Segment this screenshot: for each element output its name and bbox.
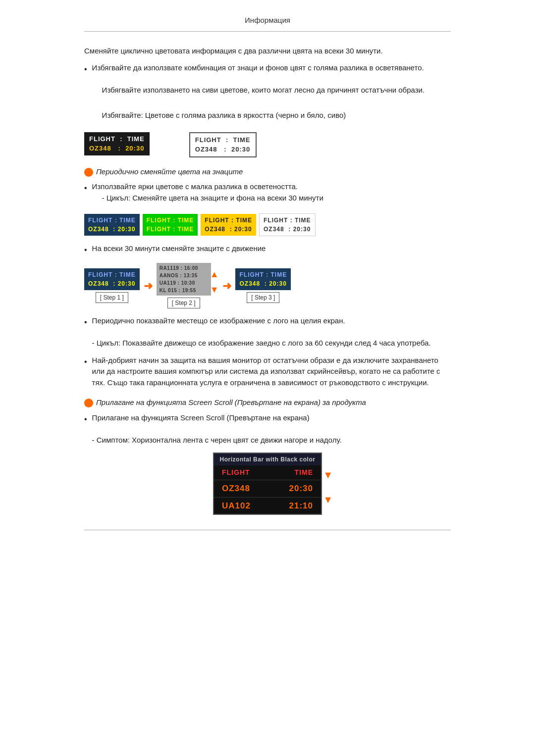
step-3-box: FLIGHT : TIME OZ348 : 20:30 [ Step 3 ] [235, 268, 291, 303]
step-3-label: [ Step 3 ] [247, 292, 279, 303]
step-3-row2: OZ348 : 20:30 [239, 279, 287, 288]
bullet-4-content: Периодично показвайте местещо се изображ… [92, 315, 451, 349]
orange-label-1: Периодично сменяйте цвета на знаците [96, 166, 243, 178]
step-1-row1: FLIGHT : TIME [88, 270, 136, 279]
orange-label-2: Прилагане на функцията Screen Scroll (Пр… [96, 397, 366, 408]
scroll-col1-header: FLIGHT [222, 467, 250, 478]
dark-sign-row1: FLIGHT : TIME [89, 134, 145, 144]
cycle-sign-2-row2: FLIGHT : TIME [147, 225, 194, 234]
bullet-1-sub1: Избягвайте използването на сиви цветове,… [102, 85, 451, 96]
orange-icon-2 [84, 399, 93, 407]
scroll-diagram-container: Horizontal Bar with Black color FLIGHT T… [84, 453, 451, 515]
step-1-row2: OZ348 : 20:30 [88, 279, 136, 288]
bullet-dot-1: • [84, 63, 87, 75]
dark-sign-row2: OZ348 : 20:30 [89, 144, 145, 153]
bullet-dot-5: • [84, 356, 87, 368]
scroll-arrows: ▼ ▼ [323, 467, 333, 507]
step-2-row1: RA1119 : 16:00 [160, 264, 208, 272]
bullet-3-text: На всеки 30 минути сменяйте знаците с дв… [92, 244, 266, 252]
bullet-5: • Най-добрият начин за защита на вашия м… [84, 355, 451, 389]
cycle-sign-4: FLIGHT : TIME OZ348 : 20:30 [259, 213, 316, 236]
bullet-6-sub1: - Симптом: Хоризонтална лента с черен цв… [92, 436, 342, 444]
light-flight-sign: FLIGHT : TIME OZ348 : 20:30 [189, 132, 257, 157]
orange-section-1: Периодично сменяйте цвета на знаците [84, 166, 451, 178]
dark-flight-sign: FLIGHT : TIME OZ348 : 20:30 [84, 132, 150, 155]
steps-diagram: FLIGHT : TIME OZ348 : 20:30 [ Step 1 ] ➜… [84, 263, 451, 308]
arrow-up: ▲ [210, 268, 219, 281]
scroll-table: Horizontal Bar with Black color FLIGHT T… [213, 453, 322, 515]
bullet-1-text: Избягвайте да използвате комбинация от з… [92, 63, 424, 72]
bullet-1-content: Избягвайте да използвате комбинация от з… [92, 62, 451, 124]
scroll-table-row-1: OZ348 20:30 [214, 480, 321, 497]
step-3-row1: FLIGHT : TIME [239, 270, 287, 279]
bullet-2: • Използвайте ярки цветове с малка разли… [84, 181, 451, 206]
bullet-dot-6: • [84, 413, 87, 425]
scroll-table-row-2: UA102 21:10 [214, 497, 321, 514]
step-2-arrows: ▲ ▼ [210, 268, 219, 297]
cycle-sign-3-row2: OZ348 : 20:30 [205, 225, 252, 234]
scroll-col2-header: TIME [295, 467, 313, 478]
step-1-sign: FLIGHT : TIME OZ348 : 20:30 [84, 268, 140, 290]
bullet-1-sub2: Избягвайте: Цветове с голяма разлика в я… [102, 110, 451, 121]
bullet-4-text: Периодично показвайте местещо се изображ… [92, 316, 345, 325]
signs-diagram: FLIGHT : TIME OZ348 : 20:30 FLIGHT : TIM… [84, 132, 451, 157]
scroll-table-header: FLIGHT TIME [214, 465, 321, 480]
bullet-dot-2: • [84, 182, 87, 194]
orange-icon-1 [84, 168, 93, 177]
cycle-sign-3: FLIGHT : TIME OZ348 : 20:30 [201, 214, 256, 236]
bullet-dot-3: • [84, 244, 87, 256]
step-3-sign: FLIGHT : TIME OZ348 : 20:30 [235, 268, 291, 290]
arrow-2: ➜ [222, 278, 231, 294]
step-2-row4: KL 015 : 19:55 [160, 287, 208, 294]
page-divider [84, 530, 451, 530]
scroll-row1-col1: OZ348 [222, 482, 250, 495]
bullet-6-content: Прилагане на функцията Screen Scroll (Пр… [92, 412, 451, 446]
bullet-2-text: Използвайте ярки цветове с малка разлика… [92, 182, 298, 191]
page-title: Информация [245, 16, 290, 24]
bullet-4-sub1: - Цикъл: Показвайте движещо се изображен… [92, 339, 431, 347]
step-1-box: FLIGHT : TIME OZ348 : 20:30 [ Step 1 ] [84, 268, 140, 303]
arrow-down: ▼ [210, 283, 219, 297]
cycle-signs-row: FLIGHT : TIME OZ348 : 20:30 FLIGHT : TIM… [84, 213, 451, 236]
bullet-1: • Избягвайте да използвате комбинация от… [84, 62, 451, 124]
scroll-row2-col1: UA102 [222, 500, 251, 512]
bullet-2-content: Използвайте ярки цветове с малка разлика… [92, 181, 451, 206]
bullet-6-text: Прилагане на функцията Screen Scroll (Пр… [92, 413, 310, 422]
cycle-sign-1-row2: OZ348 : 20:30 [88, 225, 136, 234]
bullet-dot-4: • [84, 316, 87, 328]
bullet-6: • Прилагане на функцията Screen Scroll (… [84, 412, 451, 446]
scroll-row2-col2: 21:10 [289, 500, 313, 512]
step-2-sign: RA1119 : 16:00 AANOS : 13:35 UA119 : 10:… [157, 263, 211, 296]
step-2-row3: UA119 : 10:30 [160, 279, 208, 287]
bullet-5-content: Най-добрият начин за защита на вашия мон… [92, 355, 451, 389]
orange-section-2: Прилагане на функцията Screen Scroll (Пр… [84, 397, 451, 408]
cycle-sign-2: FLIGHT : TIME FLIGHT : TIME [143, 214, 198, 236]
arrow-1: ➜ [144, 278, 153, 294]
step-2-row2: AANOS : 13:35 [160, 272, 208, 279]
cycle-sign-4-row2: OZ348 : 20:30 [264, 225, 311, 234]
cycle-sign-1: FLIGHT : TIME OZ348 : 20:30 [84, 214, 140, 236]
step-2-box: RA1119 : 16:00 AANOS : 13:35 UA119 : 10:… [157, 263, 211, 308]
cycle-sign-2-row1: FLIGHT : TIME [147, 216, 194, 225]
cycle-sign-1-row1: FLIGHT : TIME [88, 216, 136, 225]
bullet-5-text: Най-добрият начин за защита на вашия мон… [92, 356, 440, 387]
intro-text: Сменяйте циклично цветовата информация с… [84, 46, 451, 57]
page-header: Информация [84, 15, 451, 32]
scroll-row1-col2: 20:30 [289, 482, 313, 495]
cycle-sign-4-row1: FLIGHT : TIME [264, 216, 311, 225]
light-sign-row2: OZ348 : 20:30 [195, 145, 251, 154]
scroll-arrow-down-1: ▼ [323, 467, 333, 482]
bullet-3-content: На всеки 30 минути сменяйте знаците с дв… [92, 243, 451, 254]
light-sign-row1: FLIGHT : TIME [195, 135, 251, 145]
bullet-4: • Периодично показвайте местещо се изобр… [84, 315, 451, 349]
scroll-table-title: Horizontal Bar with Black color [214, 454, 321, 465]
scroll-arrow-down-2: ▼ [323, 492, 333, 507]
bullet-2-sub1: - Цикъл: Сменяйте цвета на знаците и фон… [102, 193, 451, 204]
step-1-label: [ Step 1 ] [96, 292, 128, 303]
step-2-label: [ Step 2 ] [167, 298, 200, 308]
scroll-diagram: Horizontal Bar with Black color FLIGHT T… [213, 453, 322, 515]
cycle-sign-3-row1: FLIGHT : TIME [205, 216, 252, 225]
page: Информация Сменяйте циклично цветовата и… [54, 0, 481, 565]
bullet-3: • На всеки 30 минути сменяйте знаците с … [84, 243, 451, 256]
